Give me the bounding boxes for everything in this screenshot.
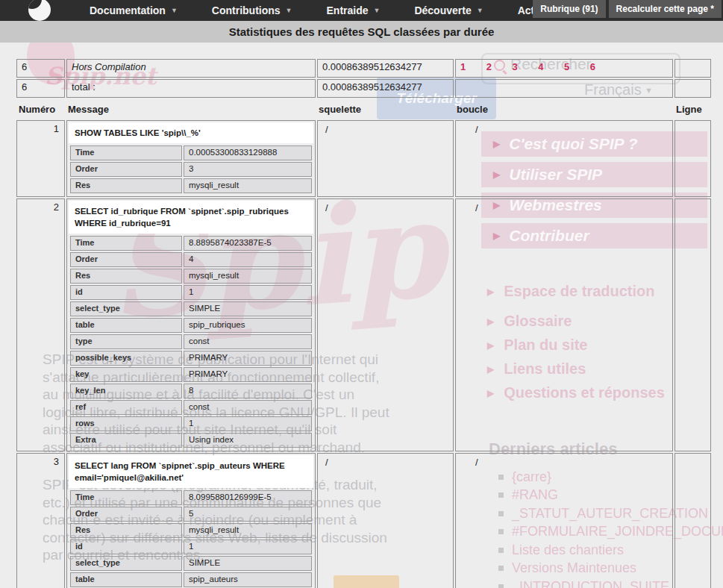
- sql-stats-table: 6Hors Compilation0.000863895126342771234…: [15, 57, 713, 588]
- detail-label: table: [70, 572, 182, 587]
- summary-row: 6total :0.00086389512634277: [16, 79, 711, 98]
- detail-label: Res: [70, 269, 182, 284]
- rubrique-button[interactable]: Rubrique (91): [533, 0, 605, 18]
- nav-item-entraide[interactable]: Entraide▼: [327, 4, 381, 16]
- detail-label: ref: [70, 400, 182, 415]
- detail-value: 4: [184, 252, 312, 267]
- query-detail-row: Time8.0995880126999E-5: [70, 490, 312, 505]
- summary-links-cell: 123456: [455, 59, 673, 78]
- detail-label: Time: [70, 146, 182, 160]
- query-detail-row: key_len8: [70, 384, 312, 398]
- query-detail-row: Order3: [70, 162, 312, 177]
- query-squelette-cell: /: [317, 120, 454, 197]
- detail-value: 1: [184, 285, 312, 300]
- query-ligne-cell: [675, 120, 711, 197]
- column-header-message: Message: [66, 99, 316, 119]
- detail-label: possible_keys: [70, 351, 182, 366]
- chevron-down-icon: ▼: [171, 7, 178, 14]
- detail-value: Using index: [184, 433, 312, 448]
- query-detail-row: Order4: [70, 252, 312, 267]
- summary-label: Hors Compilation: [66, 59, 316, 78]
- query-number: 2: [16, 198, 65, 451]
- detail-value: const: [184, 334, 312, 349]
- detail-value: 8.8895874023387E-5: [184, 236, 312, 251]
- summary-count: 6: [16, 59, 65, 78]
- detail-label: Res: [70, 523, 182, 538]
- query-row: 3SELECT lang FROM `spipnet`.spip_auteurs…: [16, 453, 711, 588]
- nav-item-label: Documentation: [90, 4, 166, 16]
- nav-item-label: Découverte: [414, 4, 471, 16]
- duration-rank-link[interactable]: 2: [486, 61, 492, 72]
- detail-value: 1: [184, 539, 312, 554]
- query-row: 2SELECT id_rubrique FROM `spipnet`.spip_…: [16, 198, 711, 451]
- query-detail-row: select_typeSIMPLE: [70, 556, 312, 571]
- column-header-boucle: boucle: [455, 99, 673, 119]
- column-header-squelette: squelette: [317, 99, 454, 119]
- duration-rank-link[interactable]: 1: [460, 61, 466, 72]
- detail-label: key_len: [70, 384, 182, 398]
- detail-label: Res: [70, 178, 182, 193]
- query-number: 1: [16, 120, 65, 197]
- top-navigation-bar: Documentation▼Contributions▼Entraide▼Déc…: [0, 0, 723, 21]
- page-title: Statistiques des requêtes SQL classées p…: [229, 25, 495, 38]
- nav-item-contributions[interactable]: Contributions▼: [212, 4, 292, 16]
- detail-value: 0.00053300833129888: [184, 146, 312, 160]
- query-detail-row: tablespip_rubriques: [70, 318, 312, 333]
- summary-count: 6: [16, 79, 65, 98]
- content-area: Spip.net Spip Rechercher Télécharger Fra…: [0, 43, 723, 588]
- spip-logo-icon[interactable]: [28, 0, 51, 21]
- nav-item-découverte[interactable]: Découverte▼: [414, 4, 483, 16]
- query-boucle-cell: /: [455, 198, 673, 451]
- sql-query-text: SELECT lang FROM `spipnet`.spip_auteurs …: [69, 455, 313, 488]
- column-header-numéro: Numéro: [16, 99, 65, 119]
- query-detail-row: refconst: [70, 400, 312, 415]
- query-message-cell: SELECT lang FROM `spipnet`.spip_auteurs …: [66, 453, 316, 588]
- detail-label: id: [70, 539, 182, 554]
- query-detail-row: Order5: [70, 507, 312, 522]
- detail-value: 1: [184, 416, 312, 431]
- column-header-ligne: Ligne: [675, 99, 711, 119]
- chevron-down-icon: ▼: [477, 7, 483, 14]
- chevron-down-icon: ▼: [374, 7, 381, 14]
- detail-label: rows: [70, 416, 182, 431]
- detail-value: PRIMARY: [184, 351, 312, 366]
- table-header-row: NuméroMessagesqueletteboucleLigne: [16, 99, 711, 119]
- query-detail-row: Resmysqli_result: [70, 269, 312, 284]
- nav-item-label: Contributions: [212, 4, 281, 16]
- detail-label: Extra: [70, 433, 182, 448]
- detail-value: SIMPLE: [184, 301, 312, 316]
- detail-value: 8: [184, 384, 312, 398]
- detail-label: Time: [70, 236, 182, 251]
- main-nav: Documentation▼Contributions▼Entraide▼Déc…: [90, 4, 574, 16]
- query-detail-row: id1: [70, 539, 312, 554]
- query-detail-row: typeconst: [70, 334, 312, 349]
- query-detail-row: select_typeSIMPLE: [70, 301, 312, 316]
- query-detail-row: Resmysqli_result: [70, 523, 312, 538]
- query-detail-row: ExtraUsing index: [70, 433, 312, 448]
- detail-label: Order: [70, 507, 182, 522]
- detail-value: mysqli_result: [184, 523, 312, 538]
- detail-label: type: [70, 334, 182, 349]
- query-detail-row: Time0.00053300833129888: [70, 146, 312, 160]
- detail-label: select_type: [70, 556, 182, 571]
- detail-value: 3: [184, 162, 312, 177]
- sql-query-text: SHOW TABLES LIKE 'spip\\_%': [69, 122, 313, 143]
- detail-value: mysqli_result: [184, 269, 312, 284]
- query-detail-row: Time8.8895874023387E-5: [70, 236, 312, 251]
- detail-label: Order: [70, 162, 182, 177]
- query-details-table: Time8.8895874023387E-5Order4Resmysqli_re…: [69, 234, 313, 449]
- detail-value: 8.0995880126999E-5: [184, 490, 312, 505]
- logo-crescent-shape: [28, 0, 42, 9]
- summary-label: total :: [66, 79, 316, 98]
- duration-rank-link[interactable]: 5: [564, 61, 569, 72]
- query-message-cell: SELECT id_rubrique FROM `spipnet`.spip_r…: [66, 198, 316, 451]
- recalculate-page-button[interactable]: Recalculer cette page *: [609, 0, 722, 18]
- duration-rank-link[interactable]: 3: [512, 61, 517, 72]
- nav-item-documentation[interactable]: Documentation▼: [90, 4, 178, 16]
- duration-rank-link[interactable]: 6: [590, 61, 595, 72]
- detail-label: Time: [70, 490, 182, 505]
- query-detail-row: Resmysqli_result: [70, 178, 312, 193]
- detail-value: PRIMARY: [184, 367, 312, 382]
- summary-row: 6Hors Compilation0.000863895126342771234…: [16, 59, 711, 78]
- duration-rank-link[interactable]: 4: [538, 61, 543, 72]
